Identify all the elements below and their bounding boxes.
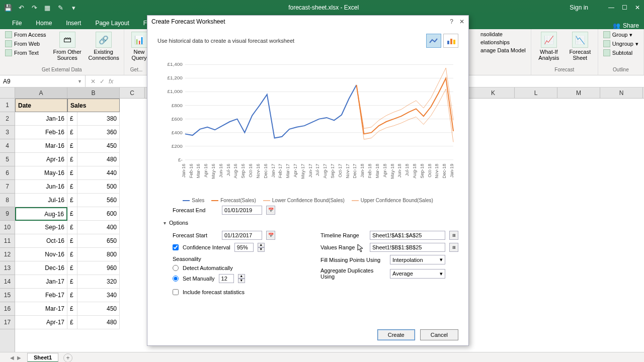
ungroup-button[interactable]: Ungroup ▾ bbox=[602, 40, 639, 48]
cell-currency[interactable]: £ bbox=[67, 302, 77, 316]
options-toggle[interactable]: Options bbox=[164, 220, 458, 226]
cell-value[interactable]: 600 bbox=[77, 207, 120, 221]
row-header[interactable]: 5 bbox=[0, 153, 15, 166]
col-m[interactable]: M bbox=[557, 87, 600, 98]
cell-currency[interactable]: £ bbox=[67, 126, 77, 139]
cell-currency[interactable]: £ bbox=[67, 221, 77, 234]
cell-value[interactable]: 450 bbox=[77, 139, 120, 153]
cell-value[interactable]: 340 bbox=[77, 289, 120, 302]
undo-icon[interactable]: ↶ bbox=[17, 4, 25, 12]
cell-date[interactable]: Apr-17 bbox=[15, 316, 67, 329]
select-all-corner[interactable] bbox=[0, 87, 15, 99]
fill-missing-dropdown[interactable]: Interpolation▾ bbox=[390, 255, 445, 264]
group-button[interactable]: Group ▾ bbox=[602, 31, 639, 39]
cell-value[interactable]: 560 bbox=[77, 194, 120, 207]
cell-date[interactable]: Jun-16 bbox=[15, 180, 67, 194]
cell-date[interactable]: Jan-16 bbox=[15, 112, 67, 126]
cell-date[interactable]: Nov-16 bbox=[15, 248, 67, 261]
cell-currency[interactable]: £ bbox=[67, 153, 77, 166]
signin-link[interactable]: Sign in bbox=[570, 4, 588, 11]
cancel-fx-icon[interactable]: ✕ bbox=[91, 78, 96, 85]
forecast-start-input[interactable] bbox=[222, 231, 262, 240]
cell-currency[interactable]: £ bbox=[67, 194, 77, 207]
aggregate-dropdown[interactable]: Average▾ bbox=[390, 269, 445, 279]
row-header[interactable]: 6 bbox=[0, 166, 15, 180]
row-header[interactable]: 14 bbox=[0, 275, 15, 289]
row-header[interactable]: 4 bbox=[0, 139, 15, 153]
date-picker-icon[interactable]: 📅 bbox=[266, 206, 275, 215]
cancel-button[interactable]: Cancel bbox=[420, 329, 458, 340]
cell-currency[interactable]: £ bbox=[67, 139, 77, 153]
create-button[interactable]: Create bbox=[377, 329, 415, 340]
consolidate-button[interactable]: nsolidate bbox=[479, 31, 527, 38]
cell-date[interactable]: Dec-16 bbox=[15, 261, 67, 275]
from-access-button[interactable]: From Access bbox=[4, 31, 47, 39]
cell-currency[interactable]: £ bbox=[67, 180, 77, 194]
cell-currency[interactable]: £ bbox=[67, 289, 77, 302]
cell-value[interactable]: 800 bbox=[77, 248, 120, 261]
spinner-down-icon-2[interactable]: ▼ bbox=[238, 279, 245, 283]
confidence-checkbox[interactable] bbox=[173, 244, 179, 250]
new-query-button[interactable]: 📊 New Query bbox=[128, 31, 149, 62]
row-header[interactable]: 7 bbox=[0, 180, 15, 194]
detect-auto-radio[interactable] bbox=[173, 265, 179, 271]
forecast-sheet-button[interactable]: 📉 Forecast Sheet bbox=[567, 31, 594, 62]
cell-value[interactable]: 450 bbox=[77, 302, 120, 316]
col-b[interactable]: B bbox=[67, 87, 120, 98]
cell-value[interactable]: 360 bbox=[77, 126, 120, 139]
set-manual-radio[interactable] bbox=[173, 276, 179, 282]
from-text-button[interactable]: From Text bbox=[4, 49, 47, 57]
row-header[interactable]: 11 bbox=[0, 234, 15, 248]
row-header[interactable]: 15 bbox=[0, 289, 15, 302]
spinner-down-icon[interactable]: ▼ bbox=[258, 247, 265, 252]
cell-date[interactable]: Oct-16 bbox=[15, 234, 67, 248]
tab-page-layout[interactable]: Page Layout bbox=[88, 17, 136, 29]
date-picker-icon-2[interactable]: 📅 bbox=[266, 231, 275, 240]
confidence-input[interactable] bbox=[234, 243, 254, 252]
cell-value[interactable]: 380 bbox=[77, 112, 120, 126]
minimize-icon[interactable]: — bbox=[608, 4, 614, 11]
cell-currency[interactable]: £ bbox=[67, 234, 77, 248]
whatif-button[interactable]: 📈 What-If Analysis bbox=[535, 31, 562, 62]
from-other-sources-button[interactable]: 🗃 From Other Sources bbox=[51, 31, 84, 62]
include-stats-checkbox[interactable] bbox=[173, 289, 179, 295]
cell-date[interactable]: Mar-16 bbox=[15, 139, 67, 153]
cell-header-sales[interactable]: Sales bbox=[67, 99, 120, 112]
sheet-prev-icon[interactable]: ◀ bbox=[10, 355, 14, 360]
range-picker-icon[interactable]: ⊞ bbox=[449, 231, 458, 240]
cell-currency[interactable]: £ bbox=[67, 166, 77, 180]
chevron-down-icon[interactable]: ▼ bbox=[77, 79, 82, 84]
cell-date[interactable]: Mar-17 bbox=[15, 302, 67, 316]
cell-date[interactable]: May-16 bbox=[15, 166, 67, 180]
cell-currency[interactable]: £ bbox=[67, 248, 77, 261]
cell-date[interactable]: Apr-16 bbox=[15, 153, 67, 166]
row-header[interactable]: 9 bbox=[0, 207, 15, 221]
dialog-help-icon[interactable]: ? bbox=[450, 18, 453, 25]
col-l[interactable]: L bbox=[515, 87, 557, 98]
row-header[interactable]: 2 bbox=[0, 112, 15, 126]
qat-icon-4[interactable]: ▦ bbox=[43, 4, 51, 12]
close-icon[interactable]: ✕ bbox=[635, 4, 640, 11]
tab-insert[interactable]: Insert bbox=[59, 17, 88, 29]
col-k[interactable]: K bbox=[472, 87, 515, 98]
row-header[interactable]: 17 bbox=[0, 316, 15, 329]
cell-currency[interactable]: £ bbox=[67, 261, 77, 275]
row-header[interactable]: 1 bbox=[0, 99, 15, 112]
share-button[interactable]: 👥Share bbox=[613, 22, 639, 29]
timeline-range-input[interactable] bbox=[370, 231, 445, 240]
cell-value[interactable]: 480 bbox=[77, 316, 120, 329]
spinner-up-icon-2[interactable]: ▲ bbox=[238, 274, 245, 279]
cell-date[interactable]: Jan-17 bbox=[15, 275, 67, 289]
cell-date[interactable]: Feb-17 bbox=[15, 289, 67, 302]
manage-model-button[interactable]: anage Data Model bbox=[479, 47, 527, 54]
cell-header-date[interactable]: Date bbox=[15, 99, 67, 112]
cell-value[interactable]: 500 bbox=[77, 180, 120, 194]
qat-icon-5[interactable]: ✎ bbox=[56, 4, 64, 12]
cell-currency[interactable]: £ bbox=[67, 275, 77, 289]
row-header[interactable]: 10 bbox=[0, 221, 15, 234]
cell-currency[interactable]: £ bbox=[67, 112, 77, 126]
cell-value[interactable]: 650 bbox=[77, 234, 120, 248]
row-header[interactable]: 16 bbox=[0, 302, 15, 316]
cell-value[interactable]: 320 bbox=[77, 275, 120, 289]
add-sheet-button[interactable]: + bbox=[63, 353, 72, 363]
